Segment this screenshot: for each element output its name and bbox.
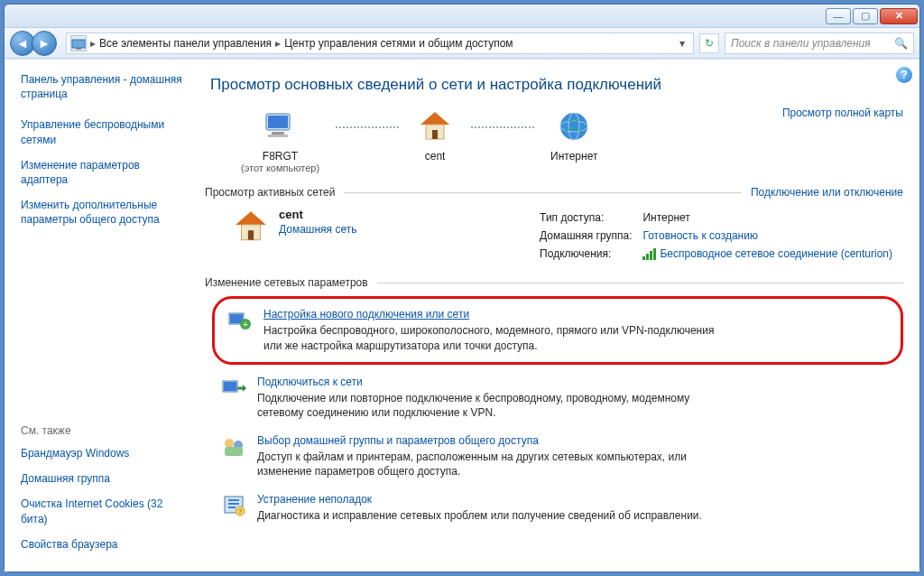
homegroup-icon: [221, 434, 246, 460]
forward-button[interactable]: ►: [32, 31, 57, 56]
computer-icon: [261, 107, 300, 146]
svg-rect-8: [432, 130, 438, 139]
svg-rect-14: [248, 230, 254, 240]
nav-arrows: ◄ ►: [10, 31, 60, 56]
setting-troubleshoot[interactable]: ? Устранение неполадок Диагностика и исп…: [212, 486, 903, 530]
map-connector: [336, 126, 399, 128]
see-also-browser[interactable]: Свойства браузера: [21, 537, 183, 552]
close-button[interactable]: ✕: [880, 8, 918, 24]
svg-rect-1: [76, 48, 81, 50]
svg-point-22: [225, 439, 234, 448]
refresh-button[interactable]: ↻: [699, 33, 719, 53]
titlebar: — ▢ ✕: [5, 5, 919, 28]
globe-icon: [554, 107, 594, 146]
main-panel: ? Просмотр основных сведений о сети и на…: [196, 60, 919, 571]
svg-rect-3: [268, 116, 288, 128]
connection-link[interactable]: Беспроводное сетевое соединение (centuri…: [660, 247, 892, 260]
setting-title-link[interactable]: Выбор домашней группы и параметров общег…: [257, 434, 539, 447]
sidebar: Панель управления - домашняя страница Уп…: [5, 60, 196, 571]
network-map: F8RGT (этот компьютер) cent: [241, 107, 597, 173]
search-placeholder: Поиск в панели управления: [731, 37, 871, 50]
breadcrumb-root[interactable]: Все элементы панели управления: [99, 37, 272, 50]
search-icon: 🔍: [894, 37, 908, 50]
svg-rect-0: [72, 40, 85, 48]
svg-text:?: ?: [238, 507, 243, 516]
svg-text:+: +: [243, 320, 248, 330]
search-input[interactable]: Поиск в панели управления 🔍: [725, 33, 914, 54]
active-network-type-link[interactable]: Домашняя сеть: [279, 223, 356, 236]
setting-homegroup[interactable]: Выбор домашней группы и параметров общег…: [212, 427, 903, 486]
minimize-button[interactable]: —: [826, 8, 851, 24]
troubleshoot-icon: ?: [221, 493, 246, 518]
control-panel-icon: [70, 35, 87, 51]
svg-point-9: [560, 113, 587, 140]
svg-marker-6: [420, 112, 449, 125]
svg-rect-5: [268, 135, 288, 137]
house-icon: [232, 208, 270, 246]
setting-new-connection[interactable]: + Настройка нового подключения или сети …: [212, 296, 903, 364]
see-also-homegroup[interactable]: Домашняя группа: [21, 471, 183, 486]
connect-disconnect-link[interactable]: Подключение или отключение: [751, 186, 903, 199]
breadcrumb-dropdown-icon[interactable]: ▾: [675, 37, 689, 50]
network-map-row: F8RGT (этот компьютер) cent: [205, 107, 903, 173]
setting-title-link[interactable]: Настройка нового подключения или сети: [263, 308, 469, 321]
active-network-name: cent: [279, 208, 356, 221]
breadcrumb-current[interactable]: Центр управления сетями и общим доступом: [284, 37, 513, 50]
maximize-button[interactable]: ▢: [853, 8, 878, 24]
setting-connect-network[interactable]: Подключиться к сети Подключение или повт…: [212, 368, 903, 427]
active-network: cent Домашняя сеть Тип доступа: Интернет…: [232, 208, 903, 264]
window: — ▢ ✕ ◄ ► ▸ Все элементы панели управлен…: [4, 4, 920, 572]
setting-title-link[interactable]: Устранение неполадок: [257, 493, 372, 506]
view-full-map-link[interactable]: Просмотр полной карты: [782, 107, 903, 119]
homegroup-status-link[interactable]: Готовность к созданию: [642, 229, 757, 242]
svg-rect-4: [272, 132, 284, 135]
settings-list: + Настройка нового подключения или сети …: [212, 296, 903, 530]
help-icon[interactable]: ?: [896, 67, 912, 83]
see-also-heading: См. также: [21, 424, 183, 437]
change-settings-header: Изменение сетевых параметров: [205, 276, 903, 289]
connect-network-icon: [221, 376, 246, 401]
chevron-icon: ▸: [275, 37, 281, 50]
sidebar-item-adapter[interactable]: Изменение параметров адаптера: [21, 158, 183, 187]
new-connection-icon: +: [227, 308, 253, 333]
active-network-details: Тип доступа: Интернет Домашняя группа: Г…: [538, 208, 903, 264]
navbar: ◄ ► ▸ Все элементы панели управления ▸ Ц…: [5, 28, 919, 59]
sidebar-item-wireless[interactable]: Управление беспроводными сетями: [21, 117, 183, 146]
map-connector: [471, 126, 534, 128]
svg-marker-21: [243, 385, 246, 392]
map-node-internet: Интернет: [550, 107, 597, 163]
sidebar-home-link[interactable]: Панель управления - домашняя страница: [21, 72, 183, 101]
see-also-firewall[interactable]: Брандмауэр Windows: [21, 446, 183, 460]
active-networks-header: Просмотр активных сетей Подключение или …: [205, 186, 903, 199]
map-node-network: cent: [415, 107, 455, 163]
page-title: Просмотр основных сведений о сети и наст…: [210, 76, 903, 94]
setting-title-link[interactable]: Подключиться к сети: [257, 376, 363, 388]
content: Панель управления - домашняя страница Уп…: [5, 59, 919, 571]
svg-rect-24: [225, 447, 243, 456]
svg-marker-12: [236, 211, 266, 225]
map-node-this-pc: F8RGT (этот компьютер): [241, 107, 319, 173]
svg-rect-20: [224, 382, 236, 391]
house-icon: [415, 107, 455, 146]
see-also-cookies[interactable]: Очистка Internet Cookies (32 бита): [21, 497, 183, 525]
chevron-icon: ▸: [90, 37, 96, 50]
sidebar-item-sharing[interactable]: Изменить дополнительные параметры общего…: [21, 198, 183, 227]
window-controls: — ▢ ✕: [826, 8, 918, 24]
wifi-signal-icon: [642, 248, 656, 260]
breadcrumb[interactable]: ▸ Все элементы панели управления ▸ Центр…: [66, 33, 694, 54]
